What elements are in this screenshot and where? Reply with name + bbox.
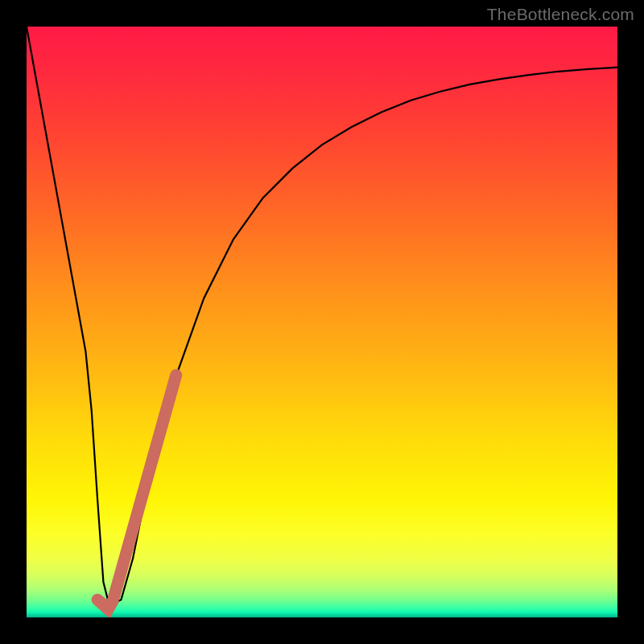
chart-frame: TheBottleneck.com [0, 0, 644, 644]
bottleneck-curve [27, 27, 617, 605]
curve-layer [27, 27, 617, 617]
highlight-hook [97, 600, 113, 609]
watermark-label: TheBottleneck.com [487, 5, 634, 24]
highlight-segment [114, 375, 176, 597]
plot-area [27, 27, 617, 617]
